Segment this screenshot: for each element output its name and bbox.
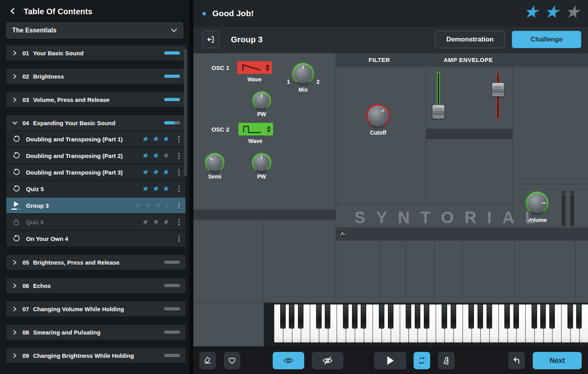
exit-lesson-button[interactable] bbox=[202, 31, 219, 48]
osc1-wave-selector[interactable] bbox=[237, 61, 272, 74]
lesson-item[interactable]: Doubling and Transposing (Part 1) bbox=[6, 131, 185, 147]
semi-knob[interactable] bbox=[205, 153, 225, 173]
section-05[interactable]: 05 Brightness, Press and Release bbox=[6, 255, 185, 270]
kebab-menu-icon[interactable] bbox=[175, 218, 182, 226]
piano-black-key[interactable] bbox=[415, 304, 420, 329]
panel-divider-strip bbox=[193, 210, 335, 220]
replay-icon[interactable] bbox=[12, 151, 21, 160]
hide-answer-button[interactable] bbox=[312, 352, 343, 369]
release-slider[interactable] bbox=[490, 72, 506, 119]
piano-black-key[interactable] bbox=[504, 304, 510, 329]
piano-black-key[interactable] bbox=[513, 304, 519, 329]
lesson-item-active[interactable]: Group 3 bbox=[6, 197, 185, 213]
stepper-arrows-icon[interactable] bbox=[266, 64, 270, 71]
piano-black-key[interactable] bbox=[379, 304, 384, 329]
oscillator-panel: OSC 1 Wave 1 2 Mix PW OSC 2 Wave bbox=[193, 53, 335, 209]
piano-black-key[interactable] bbox=[487, 304, 492, 329]
disabled-panel bbox=[193, 303, 263, 346]
star-rating bbox=[142, 135, 169, 143]
play-button[interactable] bbox=[374, 352, 406, 369]
kebab-menu-icon[interactable] bbox=[175, 201, 182, 210]
kebab-menu-icon[interactable] bbox=[175, 168, 182, 177]
demonstration-button[interactable]: Demonstration bbox=[435, 31, 505, 48]
piano-black-key[interactable] bbox=[280, 304, 286, 329]
course-dropdown[interactable]: The Essentials bbox=[6, 23, 183, 38]
osc2-wave-selector[interactable] bbox=[238, 123, 273, 135]
loop-button[interactable] bbox=[414, 352, 430, 369]
section-01[interactable]: 01 Your Basic Sound bbox=[6, 45, 185, 60]
undo-button[interactable] bbox=[508, 352, 525, 369]
piano-keyboard[interactable] bbox=[274, 304, 588, 343]
piano-black-key[interactable] bbox=[540, 304, 546, 329]
challenge-button[interactable]: Challenge bbox=[512, 31, 581, 48]
lesson-item[interactable]: Doubling and Transposing (Part 2) bbox=[6, 148, 185, 164]
piano-black-key[interactable] bbox=[478, 304, 483, 329]
lesson-item[interactable]: Quiz 5 bbox=[6, 181, 185, 197]
cutoff-knob[interactable] bbox=[366, 104, 390, 128]
piano-black-key[interactable] bbox=[468, 304, 474, 329]
stepper-arrows-icon[interactable] bbox=[267, 126, 271, 133]
section-07[interactable]: 07 Changing Volume While Holding bbox=[6, 301, 185, 316]
replay-icon[interactable] bbox=[12, 135, 21, 143]
back-chevron-icon[interactable] bbox=[9, 8, 16, 16]
piano-black-key[interactable] bbox=[406, 304, 411, 329]
lesson-section-list: 01 Your Basic Sound 02 Brightness 03 Vol… bbox=[0, 45, 189, 363]
disabled-panel bbox=[336, 241, 380, 302]
osc2-pw-knob[interactable] bbox=[252, 153, 272, 173]
metronome-button[interactable] bbox=[438, 352, 455, 369]
section-04-expanded[interactable]: 04 Expanding Your Basic Sound bbox=[6, 115, 185, 130]
piano-black-key[interactable] bbox=[352, 304, 358, 329]
star-plus-icon bbox=[165, 201, 169, 209]
section-02[interactable]: 02 Brightness bbox=[6, 69, 185, 84]
piano-black-key[interactable] bbox=[343, 304, 348, 329]
star-rating bbox=[142, 218, 169, 226]
piano-black-key[interactable] bbox=[289, 304, 294, 329]
kebab-menu-icon[interactable] bbox=[175, 184, 182, 193]
lesson-item[interactable]: Doubling and Transposing (Part 3) bbox=[6, 164, 185, 180]
replay-icon[interactable] bbox=[12, 234, 21, 243]
piano-black-key[interactable] bbox=[567, 304, 573, 329]
next-button[interactable]: Next bbox=[533, 352, 582, 369]
piano-black-key[interactable] bbox=[388, 304, 393, 329]
replay-icon[interactable] bbox=[12, 168, 21, 177]
piano-black-key[interactable] bbox=[442, 304, 447, 329]
kebab-menu-icon[interactable] bbox=[175, 135, 182, 143]
lesson-item-label: Group 3 bbox=[26, 202, 134, 209]
section-09[interactable]: 09 Changing Brightness While Holding bbox=[6, 348, 185, 363]
section-08[interactable]: 08 Smearing and Pulsating bbox=[6, 325, 185, 340]
section-03[interactable]: 03 Volume, Press and Release bbox=[6, 92, 185, 107]
amp-panel-divider bbox=[426, 129, 512, 139]
waveform-toggle-button[interactable] bbox=[339, 230, 347, 238]
piano-black-key[interactable] bbox=[549, 304, 555, 329]
section-progress-bar bbox=[164, 307, 180, 310]
piano-black-key[interactable] bbox=[576, 304, 582, 329]
show-answer-button[interactable] bbox=[273, 352, 304, 369]
replay-icon[interactable] bbox=[12, 184, 21, 193]
header-star-rating bbox=[523, 3, 580, 21]
chevron-right-icon bbox=[13, 51, 17, 55]
kebab-menu-icon[interactable] bbox=[175, 234, 182, 243]
waveform-icon bbox=[340, 232, 345, 236]
piano-black-key[interactable] bbox=[298, 304, 303, 329]
piano-black-key[interactable] bbox=[532, 304, 537, 329]
section-title: Your Basic Sound bbox=[33, 50, 164, 56]
kebab-menu-icon[interactable] bbox=[175, 151, 182, 160]
heart-icon bbox=[228, 357, 236, 365]
piano-black-key[interactable] bbox=[316, 304, 322, 329]
mix-knob[interactable] bbox=[292, 63, 314, 85]
piano-black-key[interactable] bbox=[361, 304, 366, 329]
play-icon[interactable] bbox=[12, 201, 21, 210]
piano-black-key[interactable] bbox=[325, 304, 330, 329]
favorite-button[interactable] bbox=[224, 352, 240, 369]
piano-black-key[interactable] bbox=[424, 304, 429, 329]
disabled-panel bbox=[193, 220, 263, 302]
star-filled-icon bbox=[523, 3, 539, 21]
undo-arrow-icon bbox=[512, 356, 521, 365]
lesson-item[interactable]: On Your Own 4 bbox=[6, 231, 185, 246]
piano-black-key[interactable] bbox=[451, 304, 456, 329]
section-06[interactable]: 06 Echos bbox=[6, 278, 185, 293]
sidebar-scrollbar[interactable] bbox=[184, 49, 187, 176]
attack-slider[interactable] bbox=[431, 72, 446, 119]
osc1-pw-knob[interactable] bbox=[252, 91, 271, 110]
eraser-button[interactable] bbox=[199, 352, 216, 369]
